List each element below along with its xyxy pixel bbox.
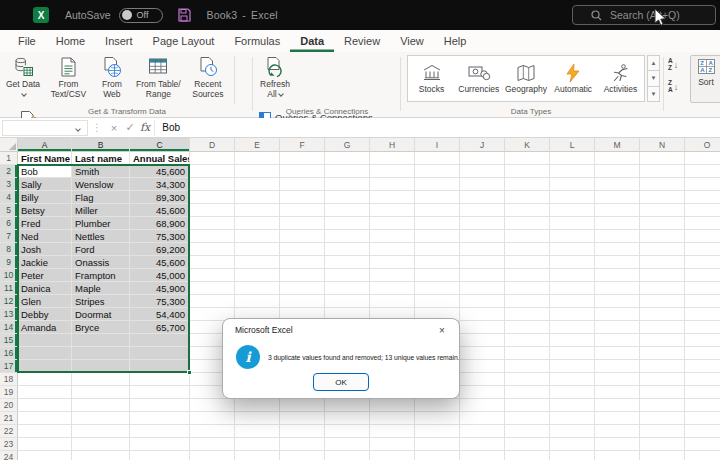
cell-C22[interactable] [130, 425, 190, 438]
cell-J12[interactable] [460, 295, 505, 308]
tab-view[interactable]: View [390, 30, 434, 52]
cell-B1[interactable]: Last name [72, 152, 130, 165]
cell-D5[interactable] [190, 204, 235, 217]
cell-H8[interactable] [370, 243, 415, 256]
cell-O18[interactable] [685, 373, 720, 386]
cell-E8[interactable] [235, 243, 280, 256]
cell-L24[interactable] [550, 451, 595, 460]
cell-H7[interactable] [370, 230, 415, 243]
stocks-button[interactable]: Stocks [408, 63, 455, 94]
cell-G12[interactable] [325, 295, 370, 308]
cell-J16[interactable] [460, 347, 505, 360]
gallery-scroll-down-button[interactable]: ▼ [647, 71, 660, 86]
cell-B13[interactable]: Doormat [72, 308, 130, 321]
cell-H9[interactable] [370, 256, 415, 269]
excel-logo-icon[interactable]: X [33, 7, 49, 23]
cell-M20[interactable] [595, 399, 640, 412]
cell-J5[interactable] [460, 204, 505, 217]
cell-F12[interactable] [280, 295, 325, 308]
row-header-15[interactable]: 15 [0, 334, 18, 347]
cell-N4[interactable] [640, 191, 685, 204]
cell-F4[interactable] [280, 191, 325, 204]
tab-help[interactable]: Help [434, 30, 477, 52]
cell-L2[interactable] [550, 165, 595, 178]
sort-descending-button[interactable]: ZA↓ [668, 80, 678, 93]
cell-E7[interactable] [235, 230, 280, 243]
cell-M1[interactable] [595, 152, 640, 165]
cell-C17[interactable] [130, 360, 190, 373]
cell-I20[interactable] [415, 399, 460, 412]
cell-E5[interactable] [235, 204, 280, 217]
cell-M5[interactable] [595, 204, 640, 217]
cell-J8[interactable] [460, 243, 505, 256]
cell-N3[interactable] [640, 178, 685, 191]
cell-O1[interactable] [685, 152, 720, 165]
cell-A10[interactable]: Peter [18, 269, 72, 282]
cell-O13[interactable] [685, 308, 720, 321]
cell-H20[interactable] [370, 399, 415, 412]
cell-M21[interactable] [595, 412, 640, 425]
cell-I4[interactable] [415, 191, 460, 204]
cell-L14[interactable] [550, 321, 595, 334]
cell-L7[interactable] [550, 230, 595, 243]
cell-L18[interactable] [550, 373, 595, 386]
cell-M6[interactable] [595, 217, 640, 230]
cell-J18[interactable] [460, 373, 505, 386]
row-header-17[interactable]: 17 [0, 360, 18, 373]
column-header-A[interactable]: A [18, 138, 72, 152]
cell-O23[interactable] [685, 438, 720, 451]
cell-H23[interactable] [370, 438, 415, 451]
cell-L1[interactable] [550, 152, 595, 165]
cell-O11[interactable] [685, 282, 720, 295]
cell-B10[interactable]: Frampton [72, 269, 130, 282]
cell-N15[interactable] [640, 334, 685, 347]
cell-C11[interactable]: 45,900 [130, 282, 190, 295]
cell-A12[interactable]: Glen [18, 295, 72, 308]
cell-L16[interactable] [550, 347, 595, 360]
cell-K17[interactable] [505, 360, 550, 373]
cell-O20[interactable] [685, 399, 720, 412]
cell-O5[interactable] [685, 204, 720, 217]
cell-L4[interactable] [550, 191, 595, 204]
cell-N16[interactable] [640, 347, 685, 360]
cell-B21[interactable] [72, 412, 130, 425]
cell-C16[interactable] [130, 347, 190, 360]
cell-A18[interactable] [18, 373, 72, 386]
cell-A7[interactable]: Ned [18, 230, 72, 243]
cell-J10[interactable] [460, 269, 505, 282]
cell-G6[interactable] [325, 217, 370, 230]
cell-G3[interactable] [325, 178, 370, 191]
cell-M12[interactable] [595, 295, 640, 308]
cell-J11[interactable] [460, 282, 505, 295]
row-header-8[interactable]: 8 [0, 243, 18, 256]
cell-L8[interactable] [550, 243, 595, 256]
cell-K22[interactable] [505, 425, 550, 438]
cell-A8[interactable]: Josh [18, 243, 72, 256]
automatic-button[interactable]: Automatic [550, 63, 597, 94]
cell-B20[interactable] [72, 399, 130, 412]
cell-J15[interactable] [460, 334, 505, 347]
cell-D20[interactable] [190, 399, 235, 412]
cell-C9[interactable]: 45,600 [130, 256, 190, 269]
cell-O17[interactable] [685, 360, 720, 373]
cell-E9[interactable] [235, 256, 280, 269]
enter-button[interactable]: ✓ [123, 121, 137, 134]
cell-B18[interactable] [72, 373, 130, 386]
cell-F22[interactable] [280, 425, 325, 438]
column-header-E[interactable]: E [235, 138, 280, 152]
cell-E1[interactable] [235, 152, 280, 165]
cell-J7[interactable] [460, 230, 505, 243]
cell-F11[interactable] [280, 282, 325, 295]
cell-H24[interactable] [370, 451, 415, 460]
cell-K19[interactable] [505, 386, 550, 399]
cell-J20[interactable] [460, 399, 505, 412]
cell-B14[interactable]: Bryce [72, 321, 130, 334]
cell-F8[interactable] [280, 243, 325, 256]
cell-I24[interactable] [415, 451, 460, 460]
cell-C5[interactable]: 45,600 [130, 204, 190, 217]
cell-K4[interactable] [505, 191, 550, 204]
cell-I6[interactable] [415, 217, 460, 230]
cell-I9[interactable] [415, 256, 460, 269]
cell-N20[interactable] [640, 399, 685, 412]
column-header-J[interactable]: J [460, 138, 505, 152]
